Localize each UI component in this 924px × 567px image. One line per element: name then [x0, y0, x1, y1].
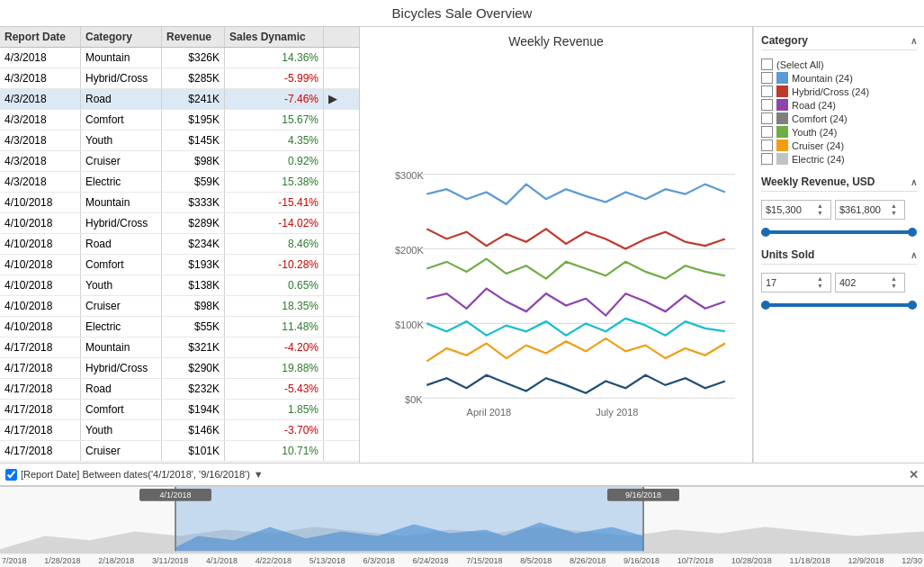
- units-slider-track[interactable]: [761, 303, 917, 307]
- category-checkbox[interactable]: [761, 86, 773, 97]
- row-indicator: [324, 275, 340, 295]
- revenue-slider-track[interactable]: [761, 230, 917, 234]
- category-checkbox[interactable]: [761, 126, 773, 138]
- cell-category: Comfort: [81, 110, 162, 130]
- table-body[interactable]: 4/3/2018 Mountain $326K 14.36% 4/3/2018 …: [0, 48, 359, 463]
- cell-category: Electric: [81, 172, 162, 192]
- cell-category: Mountain: [81, 193, 162, 212]
- units-max-up-icon[interactable]: ▲: [891, 275, 897, 283]
- revenue-max-down-icon[interactable]: ▼: [891, 210, 897, 217]
- cell-date: 4/10/2018: [0, 255, 81, 274]
- cell-category: Road: [81, 379, 162, 399]
- filter-close-button[interactable]: ✕: [909, 468, 919, 482]
- category-item[interactable]: Youth (24): [761, 126, 917, 138]
- units-slider-right-thumb[interactable]: [908, 301, 917, 310]
- units-max-value[interactable]: [839, 277, 889, 288]
- table-row[interactable]: 4/17/2018 Mountain $321K -4.20%: [0, 338, 359, 358]
- units-range-inputs: ▲ ▼ ▲ ▼: [761, 273, 917, 292]
- table-row[interactable]: 4/3/2018 Cruiser $98K 0.92%: [0, 151, 359, 172]
- table-row[interactable]: 4/17/2018 Comfort $194K 1.85%: [0, 400, 359, 420]
- cell-revenue: $232K: [162, 379, 225, 399]
- revenue-max-input[interactable]: ▲ ▼: [835, 200, 905, 220]
- table-row[interactable]: 4/10/2018 Mountain $333K -15.41%: [0, 193, 359, 213]
- cell-dynamic: -7.46%: [225, 89, 324, 109]
- category-checkbox[interactable]: [761, 112, 773, 124]
- table-row[interactable]: 4/10/2018 Road $234K 8.46%: [0, 234, 359, 255]
- table-row[interactable]: 4/3/2018 Comfort $195K 15.67%: [0, 110, 359, 130]
- revenue-slider-left-thumb[interactable]: [761, 228, 770, 237]
- revenue-max-up-icon[interactable]: ▲: [891, 202, 897, 210]
- cell-category: Cruiser: [81, 441, 162, 461]
- chart-panel: Weekly Revenue $0K $100K $200K $300K Apr…: [360, 27, 753, 463]
- table-row[interactable]: 4/17/2018 Youth $146K -3.70%: [0, 420, 359, 441]
- category-item[interactable]: Hybrid/Cross (24): [761, 86, 917, 97]
- category-checkbox[interactable]: [761, 140, 773, 151]
- table-row[interactable]: 4/17/2018 Cruiser $101K 10.71%: [0, 441, 359, 462]
- table-row[interactable]: 4/3/2018 Hybrid/Cross $285K -5.99%: [0, 68, 359, 89]
- cell-date: 4/17/2018: [0, 379, 81, 399]
- col-header-category: Category: [81, 27, 162, 47]
- category-item[interactable]: Comfort (24): [761, 112, 917, 124]
- cell-revenue: $145K: [162, 130, 225, 150]
- cell-date: 4/17/2018: [0, 400, 81, 419]
- units-min-up-icon[interactable]: ▲: [817, 275, 823, 283]
- table-row[interactable]: 4/3/2018 Youth $145K 4.35%: [0, 130, 359, 151]
- chart-area: $0K $100K $200K $300K April 2018 July 20…: [367, 52, 745, 455]
- cell-dynamic: 0.92%: [225, 151, 324, 171]
- category-item[interactable]: Electric (24): [761, 153, 917, 165]
- revenue-min-down-icon[interactable]: ▼: [817, 210, 823, 217]
- revenue-min-up-icon[interactable]: ▲: [817, 202, 823, 210]
- cell-category: Mountain: [81, 48, 162, 68]
- filter-dropdown-icon[interactable]: ▼: [254, 469, 264, 480]
- category-checkbox[interactable]: [761, 58, 773, 70]
- units-min-input[interactable]: ▲ ▼: [761, 273, 831, 292]
- cell-date: 4/3/2018: [0, 110, 81, 130]
- units-max-down-icon[interactable]: ▼: [891, 283, 897, 290]
- cell-date: 4/17/2018: [0, 441, 81, 461]
- category-checkbox[interactable]: [761, 72, 773, 84]
- category-item[interactable]: Mountain (24): [761, 72, 917, 84]
- revenue-min-input[interactable]: ▲ ▼: [761, 200, 831, 220]
- table-row[interactable]: 4/10/2018 Youth $138K 0.65%: [0, 275, 359, 296]
- units-max-input[interactable]: ▲ ▼: [835, 273, 905, 292]
- category-checkbox[interactable]: [761, 153, 773, 165]
- revenue-min-value[interactable]: [766, 204, 815, 215]
- category-item-label: Mountain (24): [792, 73, 853, 84]
- category-item[interactable]: (Select All): [761, 58, 917, 70]
- category-color-swatch: [776, 153, 788, 165]
- table-row[interactable]: 4/10/2018 Hybrid/Cross $289K -14.02%: [0, 213, 359, 234]
- table-row[interactable]: 4/17/2018 Road $232K -5.43%: [0, 379, 359, 400]
- units-chevron-icon[interactable]: ∧: [911, 250, 917, 260]
- units-slider-left-thumb[interactable]: [761, 301, 770, 310]
- units-min-value[interactable]: [766, 277, 815, 288]
- timeline-date-12: 8/26/2018: [570, 556, 606, 565]
- timeline-panel[interactable]: 4/1/2018 9/16/2018 7/2018 1/28/2018 2/18…: [0, 486, 924, 567]
- category-item[interactable]: Road (24): [761, 99, 917, 111]
- table-row[interactable]: 4/10/2018 Electric $55K 11.48%: [0, 317, 359, 338]
- category-chevron-icon[interactable]: ∧: [911, 36, 917, 46]
- page-title: Bicycles Sale Overview: [0, 0, 924, 27]
- table-row[interactable]: 4/10/2018 Cruiser $98K 18.35%: [0, 296, 359, 317]
- category-checkbox[interactable]: [761, 99, 773, 111]
- cell-date: 4/10/2018: [0, 317, 81, 337]
- row-indicator: [324, 317, 340, 337]
- units-min-down-icon[interactable]: ▼: [817, 283, 823, 290]
- table-row[interactable]: 4/3/2018 Electric $59K 15.38%: [0, 172, 359, 193]
- revenue-slider-right-thumb[interactable]: [908, 228, 917, 237]
- category-item-label: Electric (24): [792, 154, 845, 165]
- table-row[interactable]: 4/10/2018 Comfort $193K -10.28%: [0, 255, 359, 275]
- row-indicator: [324, 379, 340, 399]
- filter-checkbox[interactable]: [5, 469, 17, 481]
- cell-revenue: $55K: [162, 317, 225, 337]
- table-row[interactable]: 4/3/2018 Mountain $326K 14.36%: [0, 48, 359, 68]
- timeline-date-17: 12/9/2018: [848, 556, 884, 565]
- category-item[interactable]: Cruiser (24): [761, 140, 917, 151]
- table-row[interactable]: 4/17/2018 Hybrid/Cross $290K 19.88%: [0, 358, 359, 379]
- revenue-max-value[interactable]: [839, 204, 889, 215]
- cell-revenue: $290K: [162, 358, 225, 378]
- revenue-chevron-icon[interactable]: ∧: [911, 177, 917, 187]
- row-indicator: ▶: [324, 89, 340, 109]
- table-row[interactable]: 4/3/2018 Road $241K -7.46% ▶: [0, 89, 359, 110]
- timeline-date-3: 2/18/2018: [98, 556, 134, 565]
- row-indicator: [324, 193, 340, 212]
